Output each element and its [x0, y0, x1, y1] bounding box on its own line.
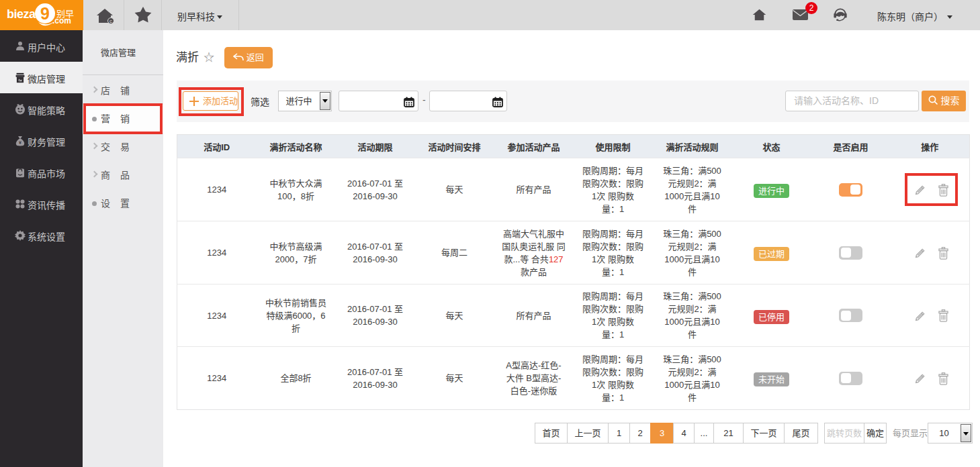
svg-text:¥: ¥: [19, 140, 21, 145]
svg-text:c: c: [109, 18, 112, 24]
